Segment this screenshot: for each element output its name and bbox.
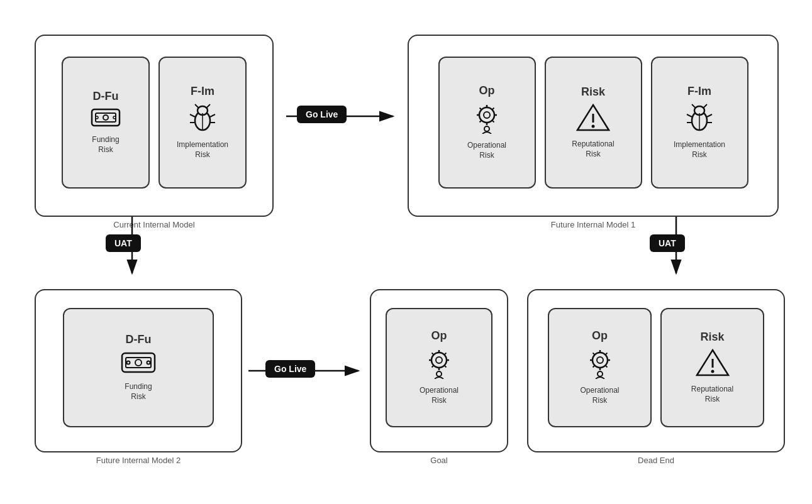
svg-line-37 [687, 114, 692, 117]
card-dfu-fim2-abbr: D-Fu [126, 333, 152, 346]
svg-line-13 [206, 104, 210, 108]
svg-line-53 [432, 353, 434, 355]
svg-line-67 [592, 366, 594, 368]
svg-line-25 [480, 108, 482, 110]
card-risk-deadend-icon [696, 348, 730, 381]
label-future-internal-model-1: Future Internal Model 1 [551, 220, 635, 229]
svg-point-59 [597, 357, 603, 363]
uat-button-2[interactable]: UAT [650, 234, 685, 252]
card-op-deadend: Op [548, 308, 652, 427]
group-goal: Op [370, 289, 508, 452]
svg-line-65 [605, 366, 607, 368]
card-fim-fim1-abbr: F-Im [687, 85, 711, 98]
card-fim-fim1: F-Im ImplementationRisk [651, 57, 748, 189]
card-op-deadend-icon [584, 346, 616, 382]
svg-line-66 [605, 353, 607, 355]
card-risk-deadend: Risk ReputationalRisk [660, 308, 764, 427]
card-dfu-abbr: D-Fu [93, 90, 119, 103]
svg-line-12 [195, 104, 199, 108]
svg-point-45 [127, 361, 130, 364]
main-canvas: D-Fu FundingRisk F-Im [0, 0, 812, 504]
card-op-deadend-label: OperationalRisk [580, 386, 619, 405]
svg-point-68 [598, 371, 603, 376]
svg-point-20 [484, 112, 490, 118]
card-dfu-fim2-icon [121, 350, 156, 378]
svg-line-14 [190, 114, 195, 117]
card-op-fim1: Op [438, 57, 536, 189]
svg-line-27 [492, 108, 494, 110]
svg-line-26 [492, 121, 494, 123]
group-future-internal-model-2: D-Fu FundingRisk Future Internal Model 2 [35, 289, 242, 452]
svg-point-48 [436, 357, 442, 363]
card-risk-fim1-abbr: Risk [581, 85, 605, 99]
svg-line-64 [592, 353, 594, 355]
svg-line-28 [480, 121, 482, 123]
svg-line-36 [703, 104, 707, 108]
label-goal: Goal [430, 456, 447, 465]
card-risk-fim1: Risk ReputationalRisk [545, 57, 642, 189]
card-op-fim1-label: OperationalRisk [467, 141, 506, 160]
svg-point-7 [103, 115, 108, 120]
go-live-button-2[interactable]: Go Live [265, 360, 315, 378]
svg-point-71 [711, 370, 714, 373]
label-dead-end: Dead End [638, 456, 674, 465]
card-dfu-label: FundingRisk [92, 135, 119, 155]
card-fim-fim1-icon [686, 102, 713, 136]
svg-line-38 [707, 114, 712, 117]
card-op-fim1-abbr: Op [479, 84, 495, 97]
svg-line-55 [445, 353, 447, 355]
card-op-fim1-icon [471, 101, 503, 137]
group-dead-end: Op [527, 289, 785, 452]
card-op-goal-label: OperationalRisk [420, 386, 459, 405]
svg-line-56 [432, 366, 434, 368]
card-fim-fim1-label: ImplementationRisk [674, 140, 725, 160]
card-risk-fim1-icon [576, 102, 610, 136]
svg-point-32 [592, 125, 595, 128]
card-fim-current: F-Im ImplementationRisk [159, 57, 247, 189]
card-op-goal-icon [423, 346, 455, 382]
card-op-goal: Op [386, 308, 492, 427]
uat-button-1[interactable]: UAT [106, 234, 141, 252]
svg-point-57 [437, 371, 442, 376]
card-risk-fim1-label: ReputationalRisk [572, 140, 614, 159]
label-future-internal-model-2: Future Internal Model 2 [96, 456, 181, 465]
card-dfu-icon [91, 107, 121, 131]
card-op-deadend-abbr: Op [592, 329, 608, 342]
svg-point-46 [147, 361, 150, 364]
group-future-internal-model-1: Op [408, 35, 779, 217]
go-live-button-1[interactable]: Go Live [297, 106, 347, 123]
card-dfu-fim2-label: FundingRisk [125, 382, 152, 402]
svg-line-54 [445, 366, 447, 368]
card-fim-icon [189, 102, 216, 136]
card-fim-abbr: F-Im [191, 85, 214, 98]
svg-line-15 [210, 114, 215, 117]
card-dfu-fim2: D-Fu FundingRisk [63, 308, 214, 427]
card-dfu-current: D-Fu FundingRisk [62, 57, 150, 189]
svg-point-8 [96, 116, 98, 119]
svg-point-9 [113, 116, 116, 119]
card-risk-deadend-abbr: Risk [700, 331, 724, 344]
card-risk-deadend-label: ReputationalRisk [691, 385, 733, 404]
svg-point-44 [135, 359, 142, 366]
group-current-internal-model: D-Fu FundingRisk F-Im [35, 35, 274, 217]
svg-line-35 [692, 104, 696, 108]
svg-point-29 [484, 126, 489, 131]
label-current-internal-model: Current Internal Model [113, 220, 194, 229]
card-op-goal-abbr: Op [431, 329, 447, 342]
card-fim-label: ImplementationRisk [177, 140, 228, 160]
